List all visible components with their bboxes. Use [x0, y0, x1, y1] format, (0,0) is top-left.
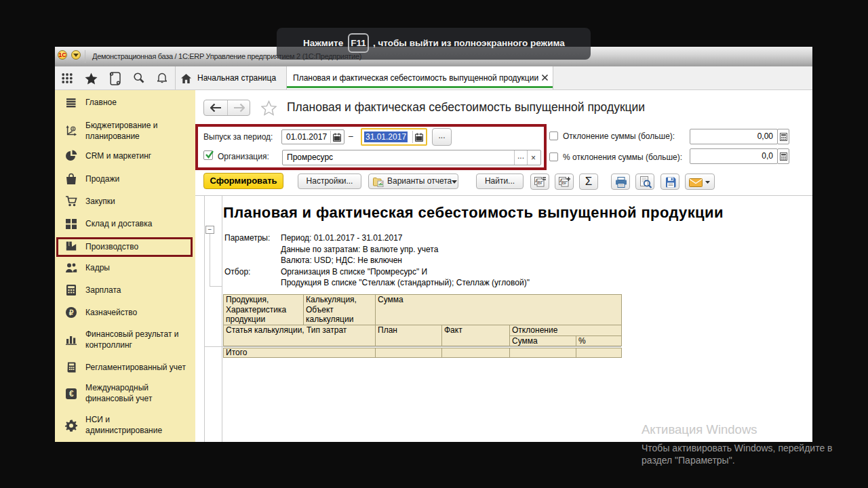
svg-text:€: € — [69, 389, 74, 399]
svg-text:ВГ: ВГ — [538, 180, 544, 185]
svg-text:ВГ: ВГ — [562, 180, 568, 185]
svg-text:₽: ₽ — [69, 308, 74, 317]
